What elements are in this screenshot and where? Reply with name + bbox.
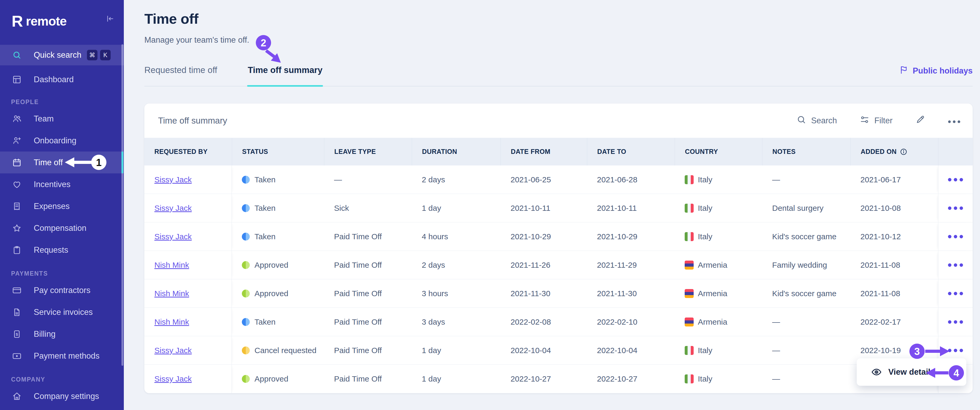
- sidebar-item-company-settings[interactable]: Company settings: [0, 385, 124, 407]
- date-to-cell: 2022-10-04: [587, 336, 675, 364]
- quick-search-button[interactable]: Quick search ⌘ K: [0, 45, 124, 65]
- column-header-leave-type[interactable]: LEAVE TYPE: [324, 138, 412, 166]
- date-from-cell: 2021-06-25: [501, 166, 587, 194]
- tab-requested-time-off[interactable]: Requested time off: [144, 65, 217, 86]
- sidebar-item-expenses[interactable]: Expenses: [0, 195, 124, 217]
- requested-by-link[interactable]: Sissy Jack: [154, 204, 192, 213]
- status-dot: [242, 318, 250, 326]
- row-actions-button[interactable]: [938, 279, 973, 308]
- status-label: Approved: [255, 289, 288, 298]
- remote-logo-word: remote: [26, 14, 67, 29]
- added-on-cell: 2021-10-08: [850, 194, 938, 222]
- notes-cell: —: [762, 365, 850, 393]
- column-header-status[interactable]: STATUS: [232, 138, 324, 166]
- view-details-menu-item[interactable]: View details: [857, 358, 966, 386]
- italy-flag-icon: [685, 204, 694, 213]
- table-row: Nish Mink Approved Paid Time Off 2 days …: [144, 251, 973, 279]
- sidebar-item-label: Service invoices: [34, 308, 93, 317]
- info-icon[interactable]: [900, 148, 907, 155]
- country-label: Armenia: [698, 317, 727, 327]
- sidebar-item-billing[interactable]: $ Billing: [0, 323, 124, 345]
- filter-button[interactable]: Filter: [860, 115, 892, 127]
- status-dot: [242, 233, 250, 241]
- page-title: Time off: [144, 10, 973, 27]
- sidebar-item-service-invoices[interactable]: Service invoices: [0, 301, 124, 323]
- added-on-cell: 2021-06-17: [850, 166, 938, 194]
- status-dot: [242, 261, 250, 269]
- armenia-flag-icon: [685, 317, 694, 327]
- sidebar-item-onboarding[interactable]: Onboarding: [0, 130, 124, 152]
- sidebar-item-time-off[interactable]: Time off: [0, 152, 124, 173]
- row-actions-button[interactable]: [938, 308, 973, 336]
- pencil-icon: [915, 115, 925, 127]
- edit-button[interactable]: [915, 115, 925, 127]
- toolbar-more-button[interactable]: [948, 116, 961, 125]
- public-holidays-button[interactable]: Public holidays: [899, 65, 973, 77]
- receipt-icon: [12, 202, 22, 211]
- calendar-icon: [12, 158, 22, 168]
- requested-by-link[interactable]: Sissy Jack: [154, 375, 192, 383]
- date-to-cell: 2021-10-11: [587, 194, 675, 222]
- country-label: Italy: [698, 204, 712, 213]
- duration-cell: 1 day: [412, 336, 501, 364]
- requested-by-link[interactable]: Nish Mink: [154, 289, 189, 298]
- leave-type-cell: Paid Time Off: [324, 365, 412, 393]
- section-label-people: PEOPLE: [0, 96, 124, 108]
- leave-type-cell: —: [324, 166, 412, 194]
- column-header-added-on[interactable]: ADDED ON: [850, 138, 938, 166]
- sidebar-item-requests[interactable]: Requests: [0, 239, 124, 261]
- row-actions-button[interactable]: [938, 166, 973, 194]
- table-body: Sissy Jack Taken — 2 days 2021-06-25 202…: [144, 166, 973, 393]
- row-actions-button[interactable]: [938, 251, 973, 279]
- tab-label: Time off summary: [248, 65, 323, 75]
- leave-type-cell: Paid Time Off: [324, 308, 412, 336]
- date-to-cell: 2022-02-10: [587, 308, 675, 336]
- requested-by-link[interactable]: Sissy Jack: [154, 232, 192, 241]
- home-icon: [12, 392, 22, 401]
- sidebar-item-team[interactable]: Team: [0, 108, 124, 130]
- sidebar-item-label: Time off: [34, 158, 63, 168]
- requested-by-link[interactable]: Sissy Jack: [154, 175, 192, 184]
- collapse-sidebar-icon[interactable]: [105, 14, 115, 24]
- row-actions-button[interactable]: [938, 222, 973, 250]
- column-header-requested-by[interactable]: REQUESTED BY: [144, 138, 232, 166]
- date-from-cell: 2022-10-27: [501, 365, 587, 393]
- duration-cell: 3 hours: [412, 279, 501, 308]
- clipboard-icon: [12, 245, 22, 255]
- search-button[interactable]: Search: [796, 115, 837, 127]
- heart-icon: [12, 180, 22, 189]
- tabs-bar: Requested time off Time off summary Publ…: [144, 65, 973, 86]
- sidebar-item-pay-contractors[interactable]: Pay contractors: [0, 279, 124, 301]
- tab-time-off-summary[interactable]: Time off summary: [248, 65, 323, 86]
- duration-cell: 1 day: [412, 194, 501, 222]
- column-header-notes[interactable]: NOTES: [762, 138, 850, 166]
- column-header-date-to[interactable]: DATE TO: [587, 138, 675, 166]
- duration-cell: 3 days: [412, 308, 501, 336]
- country-label: Armenia: [698, 261, 727, 270]
- sidebar-item-compensation[interactable]: Compensation: [0, 217, 124, 239]
- column-header-country[interactable]: COUNTRY: [675, 138, 762, 166]
- column-header-date-from[interactable]: DATE FROM: [501, 138, 587, 166]
- requested-by-link[interactable]: Sissy Jack: [154, 346, 192, 355]
- wallet-icon: [12, 351, 22, 361]
- status-label: Taken: [255, 204, 275, 213]
- quick-search-label: Quick search: [34, 50, 81, 60]
- country-label: Armenia: [698, 289, 727, 298]
- column-header-duration[interactable]: DURATION: [412, 138, 501, 166]
- italy-flag-icon: [685, 232, 694, 241]
- sidebar-item-label: Pay contractors: [34, 286, 91, 295]
- sidebar-scrollbar[interactable]: [121, 44, 123, 366]
- status-label: Cancel requested: [255, 346, 317, 355]
- requested-by-link[interactable]: Nish Mink: [154, 317, 189, 327]
- leave-type-cell: Paid Time Off: [324, 279, 412, 308]
- filter-sliders-icon: [860, 115, 870, 127]
- requested-by-link[interactable]: Nish Mink: [154, 261, 189, 270]
- sidebar-item-incentives[interactable]: Incentives: [0, 173, 124, 195]
- sidebar-item-dashboard[interactable]: Dashboard: [0, 69, 124, 90]
- sidebar-item-payment-methods[interactable]: Payment methods: [0, 345, 124, 367]
- date-to-cell: 2021-11-29: [587, 251, 675, 279]
- row-actions-button[interactable]: [938, 194, 973, 222]
- sidebar-item-label: Onboarding: [34, 136, 76, 145]
- leave-type-cell: Paid Time Off: [324, 222, 412, 250]
- date-to-cell: 2021-11-30: [587, 279, 675, 308]
